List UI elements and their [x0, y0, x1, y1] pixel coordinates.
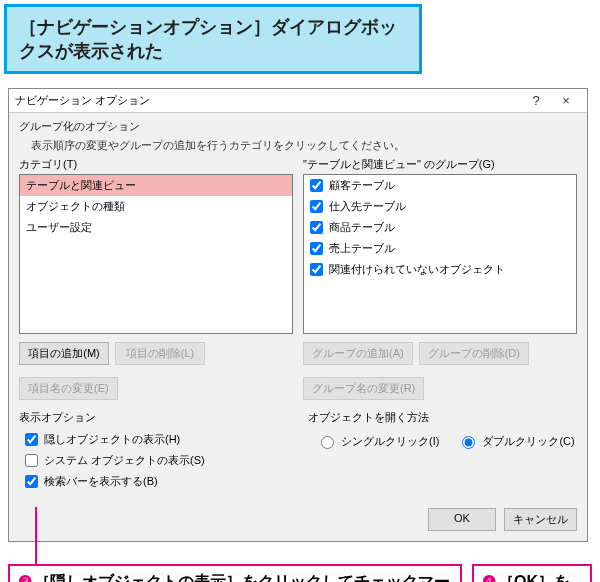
- grouping-section-title: グループ化のオプション: [9, 113, 587, 136]
- delete-item-button[interactable]: 項目の削除(L): [115, 342, 205, 365]
- group-label: 売上テーブル: [329, 241, 395, 256]
- category-listbox[interactable]: テーブルと関連ビュー オブジェクトの種類 ユーザー設定: [19, 174, 293, 334]
- groups-listbox[interactable]: 顧客テーブル 仕入先テーブル 商品テーブル 売上テーブル 関連付けられていないオ…: [303, 174, 577, 334]
- group-item[interactable]: 顧客テーブル: [304, 175, 576, 196]
- category-label: カテゴリ(T): [19, 157, 293, 174]
- group-item[interactable]: 商品テーブル: [304, 217, 576, 238]
- open-method-title: オブジェクトを開く方法: [308, 410, 577, 429]
- show-hidden-option[interactable]: 隠しオブジェクトの表示(H): [19, 429, 288, 450]
- show-hidden-checkbox[interactable]: [25, 433, 38, 446]
- show-system-checkbox[interactable]: [25, 454, 38, 467]
- callout-step-4: ❹［OK］をクリック: [472, 564, 592, 582]
- show-system-label: システム オブジェクトの表示(S): [44, 453, 205, 468]
- group-item[interactable]: 仕入先テーブル: [304, 196, 576, 217]
- single-click-option[interactable]: シングルクリック(I): [316, 433, 439, 449]
- group-label: 仕入先テーブル: [329, 199, 406, 214]
- double-click-label: ダブルクリック(C): [482, 434, 574, 449]
- group-label: 顧客テーブル: [329, 178, 395, 193]
- titlebar: ナビゲーション オプション ? ×: [9, 89, 587, 113]
- show-search-label: 検索バーを表示する(B): [44, 474, 158, 489]
- grouping-hint: 表示順序の変更やグループの追加を行うカテゴリをクリックしてください。: [9, 136, 587, 157]
- rename-group-button[interactable]: グループ名の変更(R): [303, 377, 424, 400]
- group-checkbox[interactable]: [310, 242, 323, 255]
- instruction-banner: ［ナビゲーションオプション］ダイアログボックスが表示された: [4, 4, 422, 74]
- single-click-radio[interactable]: [321, 436, 334, 449]
- group-item[interactable]: 関連付けられていないオブジェクト: [304, 259, 576, 280]
- callout-number: ❸: [18, 573, 32, 582]
- add-group-button[interactable]: グループの追加(A): [303, 342, 413, 365]
- double-click-radio[interactable]: [462, 436, 475, 449]
- group-checkbox[interactable]: [310, 200, 323, 213]
- show-hidden-label: 隠しオブジェクトの表示(H): [44, 432, 180, 447]
- show-search-checkbox[interactable]: [25, 475, 38, 488]
- ok-button[interactable]: OK: [428, 508, 496, 531]
- group-label: 商品テーブル: [329, 220, 395, 235]
- group-label: 関連付けられていないオブジェクト: [329, 262, 505, 277]
- navigation-options-dialog: ナビゲーション オプション ? × グループ化のオプション 表示順序の変更やグル…: [8, 88, 588, 542]
- single-click-label: シングルクリック(I): [341, 434, 439, 449]
- help-icon[interactable]: ?: [521, 93, 551, 108]
- callout-text: ［隠しオブジェクトの表示］をクリックしてチェックマークを付ける: [18, 573, 450, 582]
- group-checkbox[interactable]: [310, 263, 323, 276]
- group-item[interactable]: 売上テーブル: [304, 238, 576, 259]
- rename-item-button[interactable]: 項目名の変更(E): [19, 377, 118, 400]
- dialog-title: ナビゲーション オプション: [15, 93, 521, 108]
- category-item[interactable]: ユーザー設定: [20, 217, 292, 238]
- group-checkbox[interactable]: [310, 221, 323, 234]
- close-icon[interactable]: ×: [551, 93, 581, 108]
- delete-group-button[interactable]: グループの削除(D): [419, 342, 529, 365]
- double-click-option[interactable]: ダブルクリック(C): [457, 433, 574, 449]
- group-checkbox[interactable]: [310, 179, 323, 192]
- show-system-option[interactable]: システム オブジェクトの表示(S): [19, 450, 288, 471]
- cancel-button[interactable]: キャンセル: [504, 508, 577, 531]
- add-item-button[interactable]: 項目の追加(M): [19, 342, 109, 365]
- category-item[interactable]: テーブルと関連ビュー: [20, 175, 292, 196]
- callout-step-3: ❸［隠しオブジェクトの表示］をクリックしてチェックマークを付ける: [8, 564, 462, 582]
- category-item[interactable]: オブジェクトの種類: [20, 196, 292, 217]
- show-search-option[interactable]: 検索バーを表示する(B): [19, 471, 288, 492]
- groups-label: "テーブルと関連ビュー" のグループ(G): [303, 157, 577, 174]
- display-section-title: 表示オプション: [19, 410, 288, 429]
- callout-number: ❹: [482, 573, 496, 582]
